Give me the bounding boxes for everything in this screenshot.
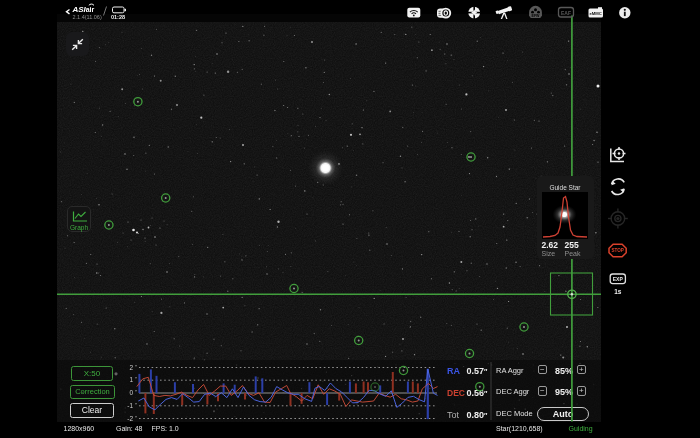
svg-text:″: ″ xyxy=(135,403,137,408)
svg-text:″: ″ xyxy=(135,365,137,370)
svg-text:″: ″ xyxy=(135,416,137,421)
svg-text:STOP: STOP xyxy=(611,248,623,253)
svg-text:-1: -1 xyxy=(127,402,133,409)
svg-text:air: air xyxy=(86,6,95,13)
svg-text:1: 1 xyxy=(129,376,133,383)
svg-text:01:28: 01:28 xyxy=(111,14,125,20)
svg-text:eMMC: eMMC xyxy=(590,11,602,16)
svg-text:2: 2 xyxy=(129,364,133,371)
svg-text:ASI: ASI xyxy=(72,5,87,14)
svg-text:″: ″ xyxy=(135,390,137,395)
svg-text:″: ″ xyxy=(135,377,137,382)
svg-text:0: 0 xyxy=(129,389,133,396)
svg-text:2.1.4(11.06): 2.1.4(11.06) xyxy=(73,14,102,20)
svg-text:-2: -2 xyxy=(127,415,133,422)
svg-text:1s: 1s xyxy=(614,288,622,295)
svg-text:EFW: EFW xyxy=(532,14,541,18)
svg-text:EAF: EAF xyxy=(561,10,571,16)
svg-text:EXP: EXP xyxy=(613,276,624,282)
